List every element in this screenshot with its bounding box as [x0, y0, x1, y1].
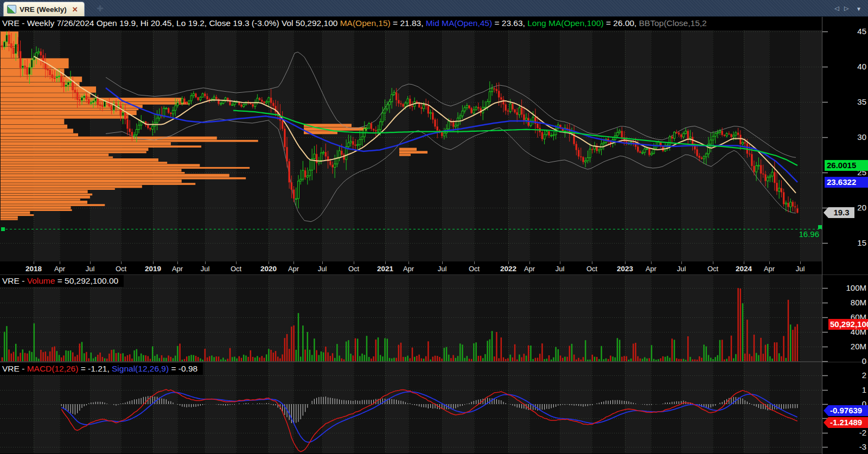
macd-pane-header: VRE - MACD(12,26) = -1.21, Signal(12,26,…: [0, 363, 203, 375]
time-tick: [651, 261, 652, 264]
time-axis-label: Jul: [310, 265, 334, 273]
support-line-label: 16.96: [758, 229, 819, 239]
volume-value-tag: 50,292,100: [828, 319, 868, 330]
header-segment: = -1.21,: [78, 364, 112, 373]
header-segment: Mid MA(Open,45): [426, 18, 492, 28]
time-tick: [205, 261, 206, 264]
time-axis-label: 2023: [613, 265, 637, 273]
macd-value-tag: -1.21489: [828, 417, 868, 428]
time-axis-label: 2024: [732, 265, 756, 273]
time-axis-label: Apr: [518, 265, 541, 273]
time-axis-label: Jul: [193, 265, 217, 273]
time-tick: [508, 261, 509, 264]
time-axis-label: 2020: [257, 265, 280, 273]
time-tick: [800, 261, 801, 264]
header-segment: Long MA(Open,100): [527, 18, 603, 28]
header-segment: = -0.98: [169, 364, 197, 373]
time-tick: [592, 261, 592, 264]
header-segment: = 21.83,: [391, 18, 426, 28]
time-axis-label: 2019: [141, 265, 165, 273]
time-tick: [90, 261, 91, 264]
app-window: VRE (Weekly) ✕ ✚ ◁ ▷ ▼ VRE - Weekly 7/26…: [0, 0, 868, 454]
time-tick: [293, 261, 294, 264]
macd-plot-area[interactable]: [0, 362, 822, 453]
time-tick: [60, 261, 60, 264]
value-axis-label: 2: [828, 370, 866, 380]
time-tick: [269, 261, 269, 264]
time-axis[interactable]: 2018AprJulOct2019AprJulOct2020AprJulOct2…: [0, 261, 868, 274]
time-tick: [681, 261, 682, 264]
time-tick: [474, 261, 475, 264]
chart-canvas[interactable]: [0, 0, 868, 454]
volume-plot-area[interactable]: [0, 274, 822, 362]
signal-value-tag: -0.97639: [828, 405, 868, 416]
ma45-value-tag: 23.6322: [825, 177, 868, 188]
volume-pane-header: VRE - Volume = 50,292,100.00: [0, 275, 124, 287]
time-tick: [713, 261, 713, 264]
time-tick: [354, 261, 354, 264]
time-axis-label: Jul: [430, 265, 454, 273]
time-tick: [322, 261, 323, 264]
time-tick: [625, 261, 626, 264]
last-price-tag: 19.3: [828, 207, 854, 218]
tag-arrow-icon: [824, 417, 828, 428]
time-tick: [529, 261, 530, 264]
time-tick: [177, 261, 178, 264]
time-axis-label: Apr: [282, 265, 305, 273]
header-segment: Signal(12,26,9): [112, 364, 169, 373]
time-tick: [34, 261, 34, 264]
value-axis-label: 15: [828, 238, 866, 247]
axis-border: [822, 16, 822, 454]
time-axis-label: Oct: [224, 265, 248, 273]
time-tick: [153, 261, 154, 264]
header-segment: = 50,292,100.00: [55, 276, 118, 285]
tab-bar: VRE (Weekly) ✕ ✚ ◁ ▷ ▼: [0, 0, 868, 17]
time-axis-label: Jul: [548, 265, 572, 273]
time-axis-label: Apr: [757, 265, 781, 273]
time-tick: [769, 261, 770, 264]
time-tick: [236, 261, 237, 264]
value-axis-label: 0: [828, 356, 866, 366]
value-axis-label: -2: [828, 428, 866, 437]
price-plot-area[interactable]: [0, 24, 822, 261]
header-segment: = 23.63,: [492, 18, 527, 28]
time-axis-label: 2022: [496, 265, 520, 273]
time-axis-label: Oct: [109, 265, 133, 273]
tab-menu-icon[interactable]: ▼: [856, 6, 861, 12]
value-axis-label: 100M: [828, 283, 866, 292]
time-axis-label: Oct: [462, 265, 486, 273]
time-axis-label: Apr: [165, 265, 189, 273]
ma100-value-tag: 26.0015: [825, 160, 868, 171]
header-segment: = 26.00,: [604, 18, 639, 28]
value-axis-label: 45: [828, 27, 866, 36]
time-tick: [560, 261, 560, 264]
header-segment: MACD(12,26): [27, 364, 79, 373]
value-axis-label: 20M: [828, 342, 866, 351]
tag-arrow-icon: [824, 405, 828, 416]
chart-thumbnail-icon: [7, 5, 16, 14]
new-tab-icon[interactable]: ✚: [97, 4, 104, 14]
time-tick: [385, 261, 386, 264]
value-axis-label: 30: [828, 132, 866, 142]
tab-close-icon[interactable]: ✕: [72, 5, 78, 14]
scroll-left-icon[interactable]: ◁: [834, 5, 839, 12]
time-tick: [409, 261, 409, 264]
value-axis-label: 1: [828, 385, 866, 394]
value-axis-label: 35: [828, 97, 866, 106]
time-tick: [744, 261, 744, 264]
scroll-right-icon[interactable]: ▷: [844, 5, 848, 12]
price-pane-header: VRE - Weekly 7/26/2024 Open 19.9, Hi 20.…: [0, 16, 824, 30]
time-axis-label: Apr: [48, 265, 72, 273]
time-axis-label: Oct: [342, 265, 366, 273]
header-segment: VRE - Weekly 7/26/2024 Open 19.9, Hi 20.…: [2, 18, 340, 28]
time-axis-label: Jul: [78, 265, 102, 273]
tag-arrow-icon: [824, 207, 828, 218]
time-tick: [121, 261, 122, 264]
tab-vre-weekly[interactable]: VRE (Weekly) ✕: [3, 2, 85, 16]
header-segment: BBTop(Close,15,2: [639, 18, 707, 28]
time-axis-label: Oct: [580, 265, 604, 273]
time-axis-label: 2018: [22, 265, 46, 273]
header-segment: Volume: [27, 276, 55, 285]
header-segment: MA(Open,15): [340, 18, 391, 28]
tab-label: VRE (Weekly): [20, 5, 67, 14]
